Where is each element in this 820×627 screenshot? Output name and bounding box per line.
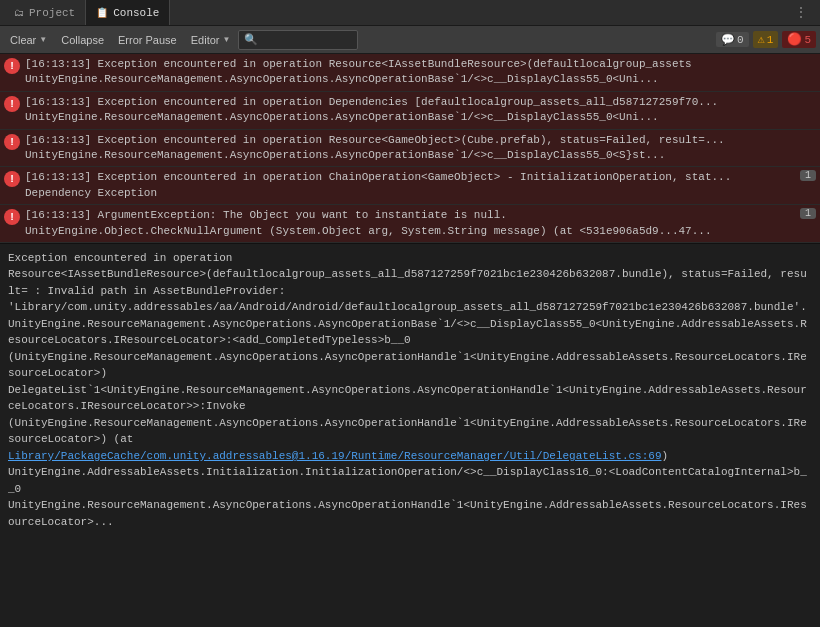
tab-console[interactable]: 📋 Console xyxy=(86,0,170,25)
log-text: [16:13:13] Exception encountered in oper… xyxy=(25,57,816,88)
badge-area: 💬 0 ⚠ 1 🔴 5 xyxy=(716,31,816,48)
message-icon: 💬 xyxy=(721,33,735,46)
log-entry[interactable]: ![16:13:13] Exception encountered in ope… xyxy=(0,130,820,168)
log-line: UnityEngine.Object.CheckNullArgument (Sy… xyxy=(25,224,816,239)
log-line: UnityEngine.ResourceManagement.AsyncOper… xyxy=(25,148,816,163)
search-box[interactable]: 🔍 xyxy=(238,30,358,50)
log-line: [16:13:13] Exception encountered in oper… xyxy=(25,57,816,72)
log-entry[interactable]: ![16:13:13] Exception encountered in ope… xyxy=(0,167,820,205)
collapse-label: Collapse xyxy=(61,34,104,46)
log-entry[interactable]: ![16:13:13] ArgumentException: The Objec… xyxy=(0,205,820,243)
log-line: [16:13:13] Exception encountered in oper… xyxy=(25,133,816,148)
editor-button[interactable]: Editor ▼ xyxy=(185,32,237,48)
clear-arrow-icon: ▼ xyxy=(39,35,47,44)
log-list: ![16:13:13] Exception encountered in ope… xyxy=(0,54,820,244)
detail-pane[interactable]: Exception encountered in operation Resou… xyxy=(0,244,820,627)
error-badge[interactable]: 🔴 5 xyxy=(782,31,816,48)
console-icon: 📋 xyxy=(96,7,108,19)
message-count: 0 xyxy=(737,34,744,46)
error-icon: 🔴 xyxy=(787,32,802,47)
warning-icon: ⚠ xyxy=(758,32,765,47)
clear-label: Clear xyxy=(10,34,36,46)
log-entry[interactable]: ![16:13:13] Exception encountered in ope… xyxy=(0,54,820,92)
tab-project[interactable]: 🗂 Project xyxy=(4,0,86,25)
editor-arrow-icon: ▼ xyxy=(222,35,230,44)
search-input[interactable] xyxy=(262,34,352,46)
detail-link[interactable]: Library/PackageCache/com.unity.addressab… xyxy=(8,450,662,462)
log-line: [16:13:13] ArgumentException: The Object… xyxy=(25,208,816,223)
log-line: UnityEngine.ResourceManagement.AsyncOper… xyxy=(25,72,816,87)
collapse-button[interactable]: Collapse xyxy=(55,32,110,48)
tab-console-label: Console xyxy=(113,7,159,19)
log-text: [16:13:13] Exception encountered in oper… xyxy=(25,95,816,126)
log-entry[interactable]: ![16:13:13] Exception encountered in ope… xyxy=(0,92,820,130)
warning-badge[interactable]: ⚠ 1 xyxy=(753,31,779,48)
log-text: [16:13:13] Exception encountered in oper… xyxy=(25,133,816,164)
log-count-badge: 1 xyxy=(800,170,816,181)
clear-button[interactable]: Clear ▼ xyxy=(4,32,53,48)
tab-bar: 🗂 Project 📋 Console ⋮ xyxy=(0,0,820,26)
log-text: [16:13:13] ArgumentException: The Object… xyxy=(25,208,816,239)
log-line: Dependency Exception xyxy=(25,186,816,201)
editor-label: Editor xyxy=(191,34,220,46)
detail-text: Exception encountered in operation Resou… xyxy=(8,250,812,531)
search-icon: 🔍 xyxy=(244,33,258,46)
message-badge[interactable]: 💬 0 xyxy=(716,32,749,47)
warning-count: 1 xyxy=(767,34,774,46)
log-line: UnityEngine.ResourceManagement.AsyncOper… xyxy=(25,110,816,125)
error-log-icon: ! xyxy=(4,58,20,74)
error-count: 5 xyxy=(804,34,811,46)
tab-project-label: Project xyxy=(29,7,75,19)
log-count-badge: 1 xyxy=(800,208,816,219)
log-line: [16:13:13] Exception encountered in oper… xyxy=(25,95,816,110)
log-line: [16:13:13] Exception encountered in oper… xyxy=(25,170,816,185)
error-pause-label: Error Pause xyxy=(118,34,177,46)
error-log-icon: ! xyxy=(4,134,20,150)
error-log-icon: ! xyxy=(4,209,20,225)
error-log-icon: ! xyxy=(4,96,20,112)
error-pause-button[interactable]: Error Pause xyxy=(112,32,183,48)
more-options-button[interactable]: ⋮ xyxy=(786,4,816,21)
log-text: [16:13:13] Exception encountered in oper… xyxy=(25,170,816,201)
console-toolbar: Clear ▼ Collapse Error Pause Editor ▼ 🔍 … xyxy=(0,26,820,54)
detail-normal-text: Exception encountered in operation Resou… xyxy=(8,252,807,446)
project-icon: 🗂 xyxy=(14,7,24,19)
error-log-icon: ! xyxy=(4,171,20,187)
